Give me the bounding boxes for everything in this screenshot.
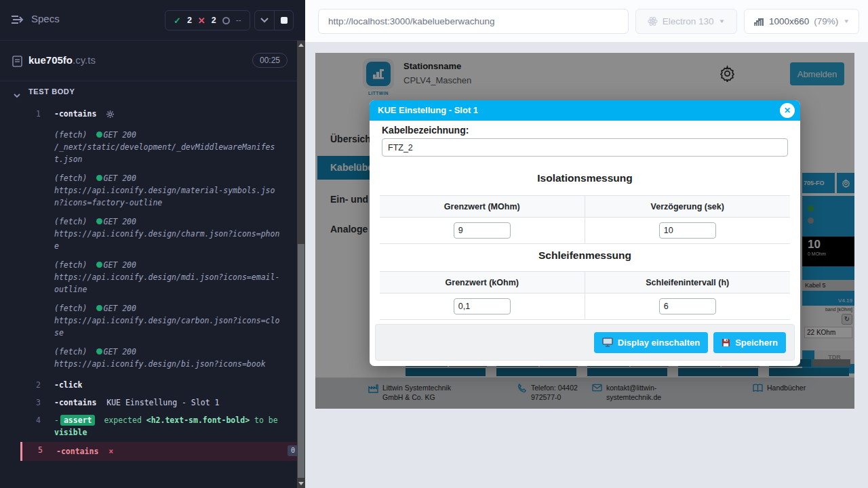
status-ok-dot xyxy=(96,175,102,181)
specs-title: Specs xyxy=(31,13,60,24)
iso-verzoegerung-input[interactable] xyxy=(659,222,716,239)
iso-grenzwert-input[interactable] xyxy=(454,222,511,239)
spec-file-icon xyxy=(12,56,22,70)
passed-icon: ✓ xyxy=(174,16,181,26)
reporter-header: Specs ✓ 2 ✕ 2 -- xyxy=(0,0,305,41)
kue-settings-modal: KUE Einstellung - Slot 1 ✕ Kabelbezeichn… xyxy=(370,100,800,366)
reporter-controls xyxy=(254,10,294,30)
loop-col-grenzwert: Grenzwert (kOhm) xyxy=(380,272,585,293)
status-ok-dot xyxy=(96,131,102,138)
viewport-select[interactable]: 1000x660 (79%) ▼ xyxy=(744,9,859,34)
cable-designation-input[interactable] xyxy=(382,138,788,157)
fetch-log: (fetch)GET 200 https://api.iconify.desig… xyxy=(54,259,281,296)
spec-timer: 00:25 xyxy=(252,53,288,68)
modal-title: KUE Einstellung - Slot 1 xyxy=(370,100,800,121)
test-body-label: TEST BODY xyxy=(28,87,75,96)
chevron-down-icon xyxy=(14,89,20,101)
status-ok-dot xyxy=(96,305,102,311)
specs-list-icon[interactable] xyxy=(11,14,24,28)
browser-select[interactable]: Electron 130 ▼ xyxy=(635,9,737,34)
cypress-reporter: Specs ✓ 2 ✕ 2 -- kue705fo.cy.ts 00:25 TE… xyxy=(0,0,305,488)
failing-command-row[interactable]: 5 -contains × 0 xyxy=(20,442,305,461)
collapse-all-button[interactable] xyxy=(255,11,274,30)
pending-count: -- xyxy=(236,16,241,25)
chevron-down-icon: ▼ xyxy=(718,18,725,24)
chevron-down-icon: ▼ xyxy=(843,18,850,24)
fetch-log: (fetch)GET 200 https://api.iconify.desig… xyxy=(54,216,281,252)
close-icon[interactable]: ✕ xyxy=(780,103,795,118)
loop-section-title: Schleifenmessung xyxy=(370,249,800,262)
fail-x-icon: × xyxy=(108,447,113,456)
loop-table: Grenzwert (kOhm) Schleifenintervall (h) xyxy=(380,271,790,320)
fetch-log: (fetch)GET 200 https://api.iconify.desig… xyxy=(54,302,281,339)
fetch-log: (fetch)GET 200 /_next/static/development… xyxy=(54,129,281,165)
scrollbar-thumb[interactable] xyxy=(298,244,304,478)
test-body-section[interactable]: TEST BODY xyxy=(0,84,305,102)
isolation-table: Grenzwert (MOhm) Verzögerung (sek) xyxy=(380,195,790,244)
loop-grenzwert-input[interactable] xyxy=(454,298,511,314)
spec-row[interactable]: kue705fo.cy.ts 00:25 xyxy=(0,41,305,81)
loop-col-intervall: Schleifenintervall (h) xyxy=(585,272,791,293)
runner-area: Electron 130 ▼ 1000x660 (79%) ▼ LITTWIN … xyxy=(305,0,868,488)
save-button[interactable]: Speichern xyxy=(713,332,786,353)
loop-intervall-input[interactable] xyxy=(659,298,716,314)
failed-count: 2 xyxy=(212,16,216,25)
monitor-icon xyxy=(602,338,613,347)
reporter-scrollbar[interactable] xyxy=(297,41,305,488)
runner-topbar: Electron 130 ▼ 1000x660 (79%) ▼ xyxy=(305,0,868,42)
command-row[interactable]: 2 -click xyxy=(20,377,305,393)
stop-tests-button[interactable] xyxy=(274,11,293,30)
spec-name: kue705fo.cy.ts xyxy=(28,54,96,66)
fetch-log: (fetch)GET 200 https://api.iconify.desig… xyxy=(54,172,281,209)
status-ok-dot xyxy=(96,262,102,268)
command-log: 1 -contains (fetch)GET 200 /_next/static… xyxy=(0,106,305,461)
iso-col-grenzwert: Grenzwert (MOhm) xyxy=(380,196,585,217)
test-stats: ✓ 2 ✕ 2 -- xyxy=(165,10,250,30)
status-ok-dot xyxy=(96,348,102,354)
ruler-icon xyxy=(753,17,764,26)
cable-designation-label: Kabelbezeichnung: xyxy=(382,125,469,136)
floppy-disk-icon xyxy=(722,338,730,347)
scrollbar-up-arrow[interactable] xyxy=(297,41,305,49)
modal-footer: Display einschalten Speichern xyxy=(375,324,795,361)
assert-badge: assert xyxy=(60,415,96,426)
command-row[interactable]: 1 -contains xyxy=(20,106,305,123)
iso-col-verzoegerung: Verzögerung (sek) xyxy=(585,196,791,217)
stop-icon xyxy=(281,17,288,24)
isolation-section-title: Isolationsmessung xyxy=(370,172,800,184)
failed-icon: ✕ xyxy=(198,16,205,26)
app-under-test: LITTWIN Stationsname CPLV4_Maschen Abmel… xyxy=(315,53,854,409)
fetch-log: (fetch)GET 200 https://api.iconify.desig… xyxy=(54,346,281,370)
assert-row[interactable]: 4 -assert expected <h2.text-sm.font-bold… xyxy=(20,412,305,441)
passed-count: 2 xyxy=(187,16,192,25)
display-on-button[interactable]: Display einschalten xyxy=(594,332,708,353)
command-row[interactable]: 3 -contains KUE Einstellung - Slot 1 xyxy=(20,394,305,411)
electron-icon xyxy=(648,16,658,26)
url-input[interactable] xyxy=(318,9,629,34)
status-ok-dot xyxy=(96,218,102,224)
pending-icon xyxy=(222,17,230,24)
command-options-icon xyxy=(106,109,114,121)
scrollbar-down-arrow[interactable] xyxy=(297,479,305,488)
